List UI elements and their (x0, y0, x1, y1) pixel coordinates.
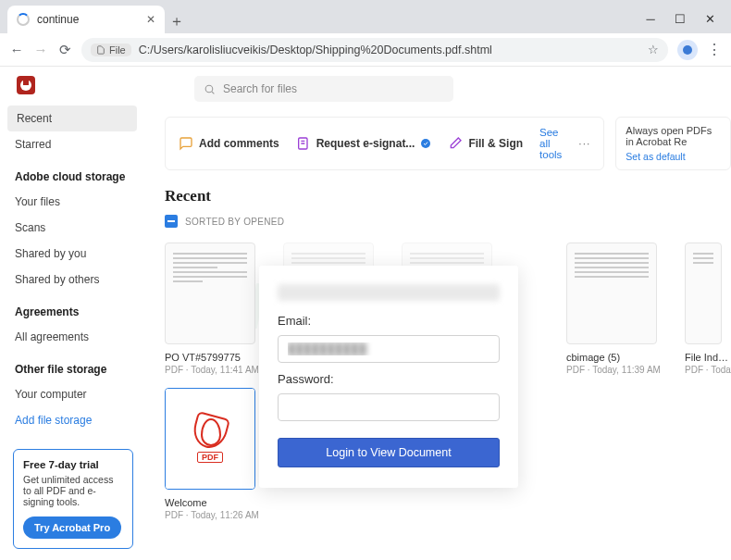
default-pdf-text: Always open PDFs in Acrobat Re (626, 125, 712, 147)
minimize-icon[interactable]: ─ (644, 12, 657, 26)
file-card[interactable]: cbimage (5) PDF · Today, 11:39 AM (566, 243, 657, 520)
tool-request-signature[interactable]: Request e-signat... (296, 136, 432, 151)
modal-blurred-heading (278, 284, 500, 301)
browser-toolbar: ← → ⟳ File C:/Users/karolisliucveikis/De… (0, 33, 731, 67)
default-pdf-card: Always open PDFs in Acrobat Re Set as de… (615, 117, 731, 170)
file-meta: PDF · Today, 11:39 AM (566, 365, 657, 375)
file-card[interactable]: File Index954 PDF · Today, 11 (685, 243, 731, 520)
more-tools-icon[interactable]: ··· (578, 137, 590, 150)
file-card[interactable]: PDF Welcome PDF · Today, 11:26 AM (165, 388, 255, 520)
browser-menu-icon[interactable]: ⋮ (707, 41, 722, 58)
url-text: C:/Users/karolisliucveikis/Desktop/Shipp… (139, 44, 492, 56)
sidebar-head-agreements: Agreements (0, 292, 144, 324)
signature-check-icon (420, 138, 431, 149)
tools-row: Add comments Request e-signat... Fill & … (165, 117, 731, 170)
tools-card: Add comments Request e-signat... Fill & … (165, 117, 604, 170)
sidebar-item-recent[interactable]: Recent (7, 106, 137, 131)
sorted-check-icon[interactable] (165, 215, 178, 228)
bookmark-star-icon[interactable]: ☆ (648, 43, 659, 56)
close-tab-icon[interactable]: ✕ (146, 13, 155, 26)
page-content: PCRisk PCRISK.COM Search for files Recen… (0, 67, 731, 560)
sorted-row: SORTED BY OPENED (165, 215, 731, 228)
login-button[interactable]: Login to View Document (278, 438, 500, 467)
password-field[interactable] (278, 393, 500, 421)
back-icon[interactable]: ← (9, 42, 24, 57)
trial-card: Free 7-day trial Get unlimited access to… (13, 449, 133, 549)
sidebar-item-your-computer[interactable]: Your computer (0, 381, 144, 407)
see-all-tools-link[interactable]: See all tools (539, 127, 562, 160)
sidebar-item-all-agreements[interactable]: All agreements (0, 324, 144, 350)
sidebar-item-starred[interactable]: Starred (0, 131, 144, 157)
signature-request-icon (296, 136, 311, 151)
sidebar-head-other: Other file storage (0, 350, 144, 381)
file-name: cbimage (5) (566, 352, 657, 363)
trial-body: Get unlimited access to all PDF and e-si… (23, 474, 123, 507)
recent-title: Recent (165, 187, 731, 205)
reload-icon[interactable]: ⟳ (57, 42, 72, 58)
maximize-icon[interactable]: ☐ (674, 12, 687, 26)
profile-avatar-icon[interactable] (677, 40, 698, 60)
loading-spinner-icon (17, 13, 30, 26)
address-bar[interactable]: File C:/Users/karolisliucveikis/Desktop/… (81, 38, 668, 62)
sidebar-item-shared-by-you[interactable]: Shared by you (0, 241, 144, 267)
fill-sign-icon (448, 136, 463, 151)
file-meta: PDF · Today, 11:41 AM (165, 365, 255, 375)
file-chip: File (91, 44, 131, 56)
sidebar-add-file-storage[interactable]: Add file storage (0, 407, 144, 433)
grid-col-1: PO VT#5799775 PDF · Today, 11:41 AM PDF … (165, 243, 255, 520)
tab-title: continue (37, 13, 79, 26)
sidebar-item-shared-by-others[interactable]: Shared by others (0, 267, 144, 292)
login-modal: Email: Password: Login to View Document (259, 266, 518, 488)
tool-fill-sign[interactable]: Fill & Sign (448, 136, 523, 151)
pdf-thumb-icon: PDF (166, 389, 254, 489)
file-name: Welcome (165, 497, 255, 508)
email-label: Email: (278, 314, 500, 328)
file-name: PO VT#5799775 (165, 352, 255, 363)
new-tab-button[interactable]: ＋ (165, 9, 189, 33)
file-meta: PDF · Today, 11 (685, 365, 731, 375)
svg-point-3 (421, 139, 430, 148)
window-controls: ─ ☐ ✕ (644, 4, 724, 33)
sidebar-item-your-files[interactable]: Your files (0, 189, 144, 215)
sorted-by-label: SORTED BY OPENED (185, 217, 284, 227)
file-name: File Index954 (685, 352, 731, 363)
close-window-icon[interactable]: ✕ (703, 12, 716, 26)
password-label: Password: (278, 372, 500, 386)
comment-icon (179, 136, 193, 151)
file-card[interactable]: PO VT#5799775 PDF · Today, 11:41 AM (165, 243, 255, 375)
email-field[interactable] (278, 335, 500, 363)
trial-title: Free 7-day trial (23, 459, 123, 470)
forward-icon[interactable]: → (33, 42, 48, 57)
sidebar-head-cloud: Adobe cloud storage (0, 157, 144, 189)
browser-titlebar: continue ✕ ＋ ─ ☐ ✕ (0, 0, 731, 33)
sidebar-item-scans[interactable]: Scans (0, 215, 144, 241)
file-meta: PDF · Today, 11:26 AM (165, 510, 255, 520)
try-acrobat-button[interactable]: Try Acrobat Pro (23, 516, 121, 539)
acrobat-logo-icon (17, 76, 35, 94)
browser-tab[interactable]: continue ✕ (7, 6, 165, 33)
tool-add-comments[interactable]: Add comments (179, 136, 279, 151)
set-as-default-link[interactable]: Set as default (626, 151, 721, 162)
